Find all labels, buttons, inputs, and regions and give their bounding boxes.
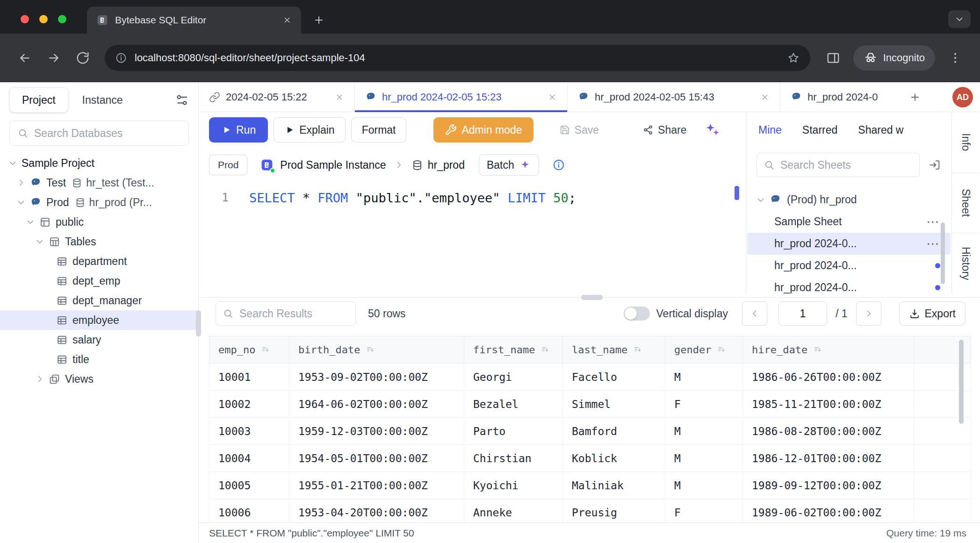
more-menu-icon[interactable]: ⋯ <box>926 215 940 229</box>
ai-assistant-icon[interactable] <box>704 122 720 138</box>
tab-starred[interactable]: Starred <box>802 124 837 136</box>
search-databases-input[interactable]: Search Databases <box>9 121 189 146</box>
table-row[interactable]: 100011953-09-02T00:00:00ZGeorgiFacelloM1… <box>209 364 971 391</box>
browser-menu-button[interactable] <box>943 45 968 71</box>
editor-tab-hr-prod-2024-02-05-15-23[interactable]: hr_prod 2024-02-05 15:23 <box>355 82 568 112</box>
tree-item-test[interactable]: Testhr_test (Test... <box>0 173 198 193</box>
more-menu-icon[interactable]: ⋯ <box>926 237 940 250</box>
tree-item-dept-emp[interactable]: dept_emp <box>0 271 198 291</box>
format-button[interactable]: Format <box>351 117 407 143</box>
environment-chip[interactable]: Prod <box>209 155 247 175</box>
share-button[interactable]: Share <box>633 117 697 143</box>
tab-history[interactable]: History <box>952 233 980 293</box>
column-header-birth-date[interactable]: birth_date <box>289 336 464 364</box>
close-icon[interactable] <box>760 93 770 102</box>
prev-page-button[interactable] <box>742 301 767 326</box>
vertical-display-toggle[interactable] <box>624 307 650 321</box>
close-icon[interactable] <box>548 93 557 102</box>
search-sheets-input[interactable]: Search Sheets <box>757 153 920 177</box>
tab-sheet[interactable]: Sheet <box>952 173 980 234</box>
tree-item-title[interactable]: title <box>0 350 198 369</box>
back-button[interactable] <box>12 45 37 71</box>
table-cell: 10004 <box>209 445 289 472</box>
results-table-container: emp_nobirth_datefirst_namelast_namegende… <box>209 336 971 522</box>
new-tab-button[interactable] <box>310 12 327 29</box>
minimize-window-button[interactable] <box>39 15 48 23</box>
bookmark-star-icon[interactable] <box>787 51 800 64</box>
sheet-item-0[interactable]: Sample Sheet⋯ <box>747 211 951 233</box>
sheet-scrollbar-thumb[interactable] <box>941 222 945 284</box>
results-toolbar: Search Results 50 rows Vertical display … <box>199 301 980 326</box>
editor-tab-hr-prod-2024-02-05-15-43[interactable]: hr_prod 2024-02-05 15:43 <box>568 82 780 112</box>
search-results-input[interactable]: Search Results <box>216 301 356 326</box>
tree-item-public[interactable]: public <box>0 212 198 232</box>
instance-selector[interactable]: Prod Sample Instance <box>260 158 386 171</box>
editor-tab-2024-02-05-15-22[interactable]: 2024-02-05 15:22 <box>199 82 355 112</box>
forward-button[interactable] <box>41 45 66 71</box>
admin-mode-button[interactable]: Admin mode <box>433 117 533 143</box>
executed-query-text: SELECT * FROM "public"."employee" LIMIT … <box>209 528 414 539</box>
table-row[interactable]: 100041954-05-01T00:00:00ZChirstianKoblic… <box>209 445 971 472</box>
sheet-item-1[interactable]: hr_prod 2024-0...⋯ <box>747 233 951 255</box>
incognito-icon <box>864 51 878 65</box>
sheet-item-2[interactable]: hr_prod 2024-0... <box>747 255 951 277</box>
share-icon <box>643 125 653 135</box>
side-panel-button[interactable] <box>821 45 846 71</box>
column-header-gender[interactable]: gender <box>665 336 743 364</box>
close-icon[interactable] <box>335 93 344 102</box>
export-button[interactable]: Export <box>899 301 966 326</box>
save-button[interactable]: Save <box>549 117 609 143</box>
editor-scrollbar-thumb[interactable] <box>735 186 739 200</box>
table-row[interactable]: 100051955-01-21T00:00:00ZKyoichiMaliniak… <box>209 472 971 499</box>
column-header-emp-no[interactable]: emp_no <box>209 336 289 364</box>
column-header-label: emp_no <box>218 344 255 356</box>
tree-item-dept-manager[interactable]: dept_manager <box>0 291 198 310</box>
batch-button[interactable]: Batch <box>479 154 539 176</box>
run-button[interactable]: Run <box>209 117 268 143</box>
sidebar-resize-handle[interactable] <box>196 310 201 336</box>
user-avatar[interactable]: AD <box>952 87 973 107</box>
column-header-hire-date[interactable]: hire_date <box>743 336 914 364</box>
reload-button[interactable] <box>70 45 95 71</box>
next-page-button[interactable] <box>856 301 881 326</box>
sql-editor[interactable]: 1 SELECT * FROM "public"."employee" LIMI… <box>199 182 746 293</box>
tree-item-employee[interactable]: employee <box>0 310 198 330</box>
table-row[interactable]: 100031959-12-03T00:00:00ZPartoBamfordM19… <box>209 418 971 445</box>
column-header-last-name[interactable]: last_name <box>563 336 665 364</box>
database-selector[interactable]: hr_prod <box>411 159 465 171</box>
info-icon[interactable] <box>552 158 565 171</box>
tab-project[interactable]: Project <box>9 87 68 113</box>
close-tab-icon[interactable] <box>282 15 292 25</box>
tree-item-department[interactable]: department <box>0 251 198 271</box>
close-window-button[interactable] <box>21 15 29 23</box>
tab-mine[interactable]: Mine <box>758 124 782 136</box>
panel-resize-handle[interactable] <box>581 295 603 300</box>
editor-tab-hr-prod-2024-0[interactable]: hr_prod 2024-0 <box>780 82 901 112</box>
tree-item-prod[interactable]: Prodhr_prod (Pr... <box>0 193 198 212</box>
filter-settings-icon[interactable] <box>175 93 189 107</box>
import-sheet-icon[interactable] <box>928 158 941 171</box>
table-scrollbar-thumb[interactable] <box>959 340 964 424</box>
tree-item-sample-project[interactable]: Sample Project <box>0 153 198 173</box>
tree-item-tables[interactable]: Tables <box>0 232 198 251</box>
table-icon <box>56 295 68 307</box>
explain-button[interactable]: Explain <box>274 117 345 143</box>
table-cell: 1953-04-20T00:00:00Z <box>289 499 464 523</box>
column-header-first-name[interactable]: first_name <box>464 336 563 364</box>
tree-item-views[interactable]: Views <box>0 369 198 389</box>
table-row[interactable]: 100061953-04-20T00:00:00ZAnnekePreusigF1… <box>209 499 971 523</box>
maximize-window-button[interactable] <box>58 15 66 23</box>
site-info-icon[interactable] <box>115 52 127 64</box>
new-sheet-tab-button[interactable] <box>905 87 925 107</box>
tab-shared[interactable]: Shared w <box>858 124 903 136</box>
page-number-input[interactable]: 1 <box>778 301 827 326</box>
sheet-item-3[interactable]: hr_prod 2024-0... <box>747 277 951 293</box>
address-bar[interactable]: localhost:8080/sql-editor/sheet/project-… <box>105 45 810 71</box>
tree-item-salary[interactable]: salary <box>0 330 198 350</box>
browser-tab[interactable]: Bytebase SQL Editor <box>87 7 301 34</box>
sheet-group[interactable]: (Prod) hr_prod <box>746 189 951 211</box>
table-row[interactable]: 100021964-06-02T00:00:00ZBezalelSimmelF1… <box>209 391 971 418</box>
tab-info[interactable]: Info <box>952 112 980 173</box>
tab-list-button[interactable] <box>948 10 971 28</box>
tab-instance[interactable]: Instance <box>73 94 132 107</box>
